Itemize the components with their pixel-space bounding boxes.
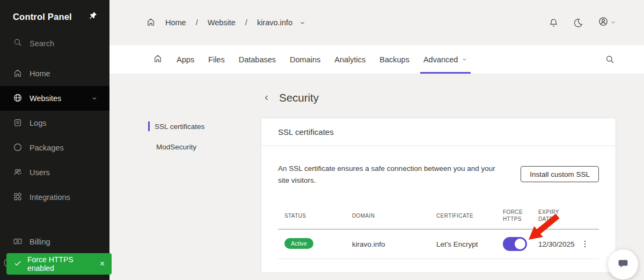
sidebar-item-packages[interactable]: Packages xyxy=(0,135,109,160)
bell-icon[interactable] xyxy=(548,18,559,28)
toast-message: Force HTTPS enabled xyxy=(27,255,94,272)
tab-analytics[interactable]: Analytics xyxy=(327,45,372,74)
force-https-toggle[interactable] xyxy=(503,237,527,251)
sidebar-search[interactable]: Search xyxy=(0,38,109,49)
sidebar: Control Panel Search Home Websites xyxy=(0,0,109,280)
page-head: Security xyxy=(263,91,319,104)
pin-icon[interactable] xyxy=(88,11,98,23)
sidebar-header: Control Panel xyxy=(0,0,109,23)
install-custom-ssl-button[interactable]: Install custom SSL xyxy=(521,166,599,182)
integrations-grid-icon xyxy=(13,192,23,203)
users-icon xyxy=(13,167,23,178)
check-icon xyxy=(13,259,22,269)
sidebar-item-websites[interactable]: Websites xyxy=(0,86,109,111)
certificate-cell: Let's Encrypt xyxy=(436,240,478,248)
breadcrumb-home[interactable]: Home xyxy=(165,18,186,27)
expiry-date-cell: 12/30/2025 xyxy=(538,240,575,248)
tab-advanced[interactable]: Advanced xyxy=(416,45,475,74)
chevron-down-icon xyxy=(610,18,616,27)
home-icon xyxy=(13,68,23,80)
breadcrumb-website[interactable]: Website xyxy=(208,18,236,27)
status-badge: Active xyxy=(284,238,313,249)
chevron-down-icon xyxy=(91,95,98,102)
card-description: An SSL certificate ensures a safe connec… xyxy=(278,163,499,186)
column-header-status: STATUS xyxy=(284,207,306,224)
package-circle-icon xyxy=(13,142,23,154)
subnav-item-modsecurity[interactable]: ModSecurity xyxy=(148,142,204,152)
domain-cell: kiravo.info xyxy=(352,240,385,248)
sidebar-item-label: Packages xyxy=(30,143,64,152)
sidebar-item-label: Users xyxy=(30,168,50,177)
app-window: Control Panel Search Home Websites xyxy=(0,0,644,280)
app-title: Control Panel xyxy=(13,12,72,22)
chat-button[interactable] xyxy=(608,249,638,279)
breadcrumb-separator: / xyxy=(245,18,247,27)
breadcrumb: Home / Website / kiravo.info xyxy=(109,17,306,28)
sidebar-nav: Home Websites Logs Packages Users In xyxy=(0,61,109,254)
sidebar-item-billing[interactable]: Billing xyxy=(0,229,109,254)
site-nav: Apps Files Databases Domains Analytics B… xyxy=(109,45,644,74)
top-bar: Home / Website / kiravo.info xyxy=(109,0,644,45)
toast-notification: Force HTTPS enabled × xyxy=(6,253,112,275)
tab-databases[interactable]: Databases xyxy=(232,45,283,74)
tab-domains[interactable]: Domains xyxy=(283,45,327,74)
search-icon[interactable] xyxy=(605,45,615,74)
sidebar-item-integrations[interactable]: Integrations xyxy=(0,185,109,210)
sidebar-divider-space xyxy=(0,210,109,229)
table-row-divider xyxy=(278,259,599,259)
sidebar-item-users[interactable]: Users xyxy=(0,160,109,185)
sidebar-item-label: Logs xyxy=(30,119,46,127)
moon-icon[interactable] xyxy=(573,18,583,28)
logs-icon xyxy=(13,118,23,129)
tab-label: Advanced xyxy=(423,55,458,64)
search-icon xyxy=(13,38,23,49)
sidebar-item-home[interactable]: Home xyxy=(0,61,109,86)
back-button[interactable] xyxy=(263,94,270,102)
page-title: Security xyxy=(279,91,319,104)
sidebar-item-logs[interactable]: Logs xyxy=(0,111,109,135)
home-icon[interactable] xyxy=(146,17,156,28)
home-icon xyxy=(153,54,163,65)
card-title: SSL certificates xyxy=(261,118,616,146)
billing-icon xyxy=(13,236,23,248)
security-subnav: SSL certificates ModSecurity xyxy=(148,121,204,162)
chevron-down-icon xyxy=(462,55,467,64)
subnav-item-ssl-certificates[interactable]: SSL certificates xyxy=(148,121,204,131)
account-menu[interactable] xyxy=(598,16,616,29)
top-actions xyxy=(548,0,616,45)
tab-apps[interactable]: Apps xyxy=(170,45,201,74)
globe-icon xyxy=(13,93,23,104)
account-icon xyxy=(598,16,609,29)
sidebar-item-label: Billing xyxy=(30,238,50,246)
nav-home-tab[interactable] xyxy=(146,45,170,74)
column-header-domain: DOMAIN xyxy=(352,207,375,224)
tab-backups[interactable]: Backups xyxy=(372,45,416,74)
ssl-certificates-card: SSL certificates An SSL certificate ensu… xyxy=(261,118,616,273)
chevron-down-icon[interactable] xyxy=(299,19,306,26)
tab-files[interactable]: Files xyxy=(201,45,232,74)
row-actions-kebab-icon[interactable] xyxy=(580,239,590,250)
column-header-certificate: CERTIFICATE xyxy=(436,207,473,224)
column-header-expiry-date: EXPIRY DATE xyxy=(538,207,563,224)
sidebar-item-label: Websites xyxy=(30,94,61,103)
close-icon[interactable]: × xyxy=(100,260,105,268)
sidebar-search-label: Search xyxy=(30,39,54,48)
sidebar-item-label: Integrations xyxy=(30,193,70,202)
sidebar-item-label: Home xyxy=(30,69,50,78)
breadcrumb-separator: / xyxy=(196,18,198,27)
breadcrumb-domain[interactable]: kiravo.info xyxy=(257,18,292,27)
column-header-force-https: FORCE HTTPS xyxy=(503,207,525,224)
chat-bubble-icon xyxy=(616,256,630,272)
table-header-row: STATUS DOMAIN CERTIFICATE FORCE HTTPS EX… xyxy=(261,207,616,224)
table-row: Active kiravo.info Let's Encrypt 12/30/2… xyxy=(261,229,616,259)
